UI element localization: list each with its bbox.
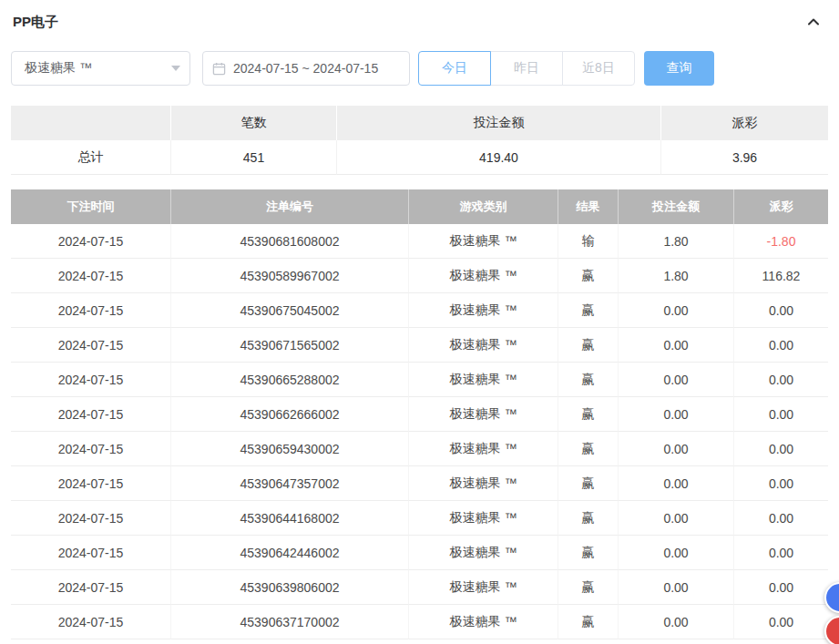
table-row: 2024-07-15 45390681608002 极速糖果 ™ 输 1.80 …: [11, 224, 828, 259]
summary-total-count: 451: [171, 140, 337, 175]
header-bet-id: 注单编号: [171, 189, 409, 224]
cell-game-type: 极速糖果 ™: [409, 605, 558, 639]
table-row: 2024-07-15 45390675045002 极速糖果 ™ 赢 0.00 …: [11, 293, 828, 328]
cell-result: 赢: [558, 466, 619, 501]
cell-bet-time: 2024-07-15: [11, 293, 171, 328]
cell-bet-amount: 0.00: [619, 466, 734, 501]
cell-bet-time: 2024-07-15: [11, 397, 171, 432]
table-row: 2024-07-15 45390671565002 极速糖果 ™ 赢 0.00 …: [11, 328, 828, 363]
cell-bet-amount: 0.00: [619, 293, 734, 328]
cell-game-type: 极速糖果 ™: [409, 466, 558, 501]
cell-bet-id: 45390644168002: [171, 501, 409, 536]
game-select[interactable]: 极速糖果 ™: [11, 51, 190, 86]
table-row: 2024-07-15 45390637170002 极速糖果 ™ 赢 0.00 …: [11, 605, 828, 639]
summary-header-bet-amount: 投注金额: [337, 106, 661, 140]
bets-table: 下注时间 注单编号 游戏类别 结果 投注金额 派彩 2024-07-15 453…: [11, 189, 828, 639]
cell-payout: 116.82: [734, 259, 828, 293]
page-title: PP电子: [13, 14, 58, 31]
cell-result: 赢: [558, 293, 619, 328]
table-row: 2024-07-15 45390642446002 极速糖果 ™ 赢 0.00 …: [11, 536, 828, 570]
cell-bet-amount: 0.00: [619, 501, 734, 536]
cell-result: 赢: [558, 328, 619, 363]
cell-game-type: 极速糖果 ™: [409, 259, 558, 293]
yesterday-button[interactable]: 昨日: [490, 51, 563, 86]
cell-bet-time: 2024-07-15: [11, 570, 171, 605]
cell-bet-time: 2024-07-15: [11, 363, 171, 397]
cell-bet-id: 45390681608002: [171, 224, 409, 259]
cell-payout: 0.00: [734, 466, 828, 501]
collapse-chevron-up-icon[interactable]: [803, 11, 824, 33]
filter-bar: 极速糖果 ™ 2024-07-15 ~ 2024-07-15 今日 昨日 近8日…: [11, 51, 828, 86]
last-8-days-button[interactable]: 近8日: [562, 51, 635, 86]
cell-result: 赢: [558, 605, 619, 639]
cell-payout: 0.00: [734, 605, 828, 639]
cell-payout: -1.80: [734, 224, 828, 259]
cell-bet-time: 2024-07-15: [11, 605, 171, 639]
cell-bet-id: 45390671565002: [171, 328, 409, 363]
today-button[interactable]: 今日: [418, 51, 491, 86]
cell-game-type: 极速糖果 ™: [409, 397, 558, 432]
cell-payout: 0.00: [734, 432, 828, 466]
summary-total-bet-amount: 419.40: [337, 140, 661, 175]
summary-header-row: 笔数 投注金额 派彩: [11, 106, 828, 140]
cell-result: 赢: [558, 397, 619, 432]
cell-result: 赢: [558, 570, 619, 605]
summary-header-blank: [11, 106, 171, 140]
cell-game-type: 极速糖果 ™: [409, 432, 558, 466]
header-bet-amount: 投注金额: [619, 189, 734, 224]
cell-game-type: 极速糖果 ™: [409, 224, 558, 259]
cell-bet-id: 45390589967002: [171, 259, 409, 293]
table-row: 2024-07-15 45390662666002 极速糖果 ™ 赢 0.00 …: [11, 397, 828, 432]
cell-result: 赢: [558, 259, 619, 293]
cell-bet-id: 45390665288002: [171, 363, 409, 397]
cell-bet-id: 45390642446002: [171, 536, 409, 570]
cell-game-type: 极速糖果 ™: [409, 501, 558, 536]
cell-payout: 0.00: [734, 397, 828, 432]
cell-bet-amount: 0.00: [619, 605, 734, 639]
game-select-value: 极速糖果 ™: [25, 60, 92, 77]
chevron-down-icon: [171, 66, 180, 71]
cell-bet-time: 2024-07-15: [11, 501, 171, 536]
cell-bet-time: 2024-07-15: [11, 466, 171, 501]
cell-payout: 0.00: [734, 328, 828, 363]
header-bet-time: 下注时间: [11, 189, 171, 224]
header-payout: 派彩: [734, 189, 828, 224]
date-range-picker[interactable]: 2024-07-15 ~ 2024-07-15: [202, 51, 410, 86]
summary-total-label: 总计: [11, 140, 171, 175]
cell-result: 赢: [558, 363, 619, 397]
cell-game-type: 极速糖果 ™: [409, 293, 558, 328]
search-button[interactable]: 查询: [644, 51, 714, 86]
summary-total-row: 总计 451 419.40 3.96: [11, 140, 828, 175]
cell-bet-id: 45390639806002: [171, 570, 409, 605]
summary-total-payout: 3.96: [661, 140, 828, 175]
cell-bet-id: 45390647357002: [171, 466, 409, 501]
cell-payout: 0.00: [734, 501, 828, 536]
pp-electronic-panel: PP电子 极速糖果 ™ 2024-07-15 ~ 2024-07-15 今日 昨…: [0, 0, 839, 644]
cell-bet-id: 45390637170002: [171, 605, 409, 639]
cell-bet-id: 45390659430002: [171, 432, 409, 466]
bets-table-header: 下注时间 注单编号 游戏类别 结果 投注金额 派彩: [11, 189, 828, 224]
cell-result: 赢: [558, 536, 619, 570]
table-row: 2024-07-15 45390659430002 极速糖果 ™ 赢 0.00 …: [11, 432, 828, 466]
cell-result: 赢: [558, 432, 619, 466]
cell-bet-amount: 0.00: [619, 328, 734, 363]
cell-payout: 0.00: [734, 570, 828, 605]
cell-result: 赢: [558, 501, 619, 536]
summary-header-count: 笔数: [171, 106, 337, 140]
cell-bet-amount: 0.00: [619, 363, 734, 397]
cell-bet-id: 45390675045002: [171, 293, 409, 328]
cell-bet-id: 45390662666002: [171, 397, 409, 432]
cell-bet-time: 2024-07-15: [11, 432, 171, 466]
cell-bet-amount: 1.80: [619, 259, 734, 293]
cell-payout: 0.00: [734, 363, 828, 397]
table-row: 2024-07-15 45390644168002 极速糖果 ™ 赢 0.00 …: [11, 501, 828, 536]
cell-payout: 0.00: [734, 293, 828, 328]
cell-bet-amount: 0.00: [619, 432, 734, 466]
cell-game-type: 极速糖果 ™: [409, 570, 558, 605]
cell-bet-amount: 0.00: [619, 536, 734, 570]
cell-game-type: 极速糖果 ™: [409, 536, 558, 570]
cell-result: 输: [558, 224, 619, 259]
table-row: 2024-07-15 45390647357002 极速糖果 ™ 赢 0.00 …: [11, 466, 828, 501]
cell-bet-time: 2024-07-15: [11, 259, 171, 293]
cell-bet-time: 2024-07-15: [11, 224, 171, 259]
